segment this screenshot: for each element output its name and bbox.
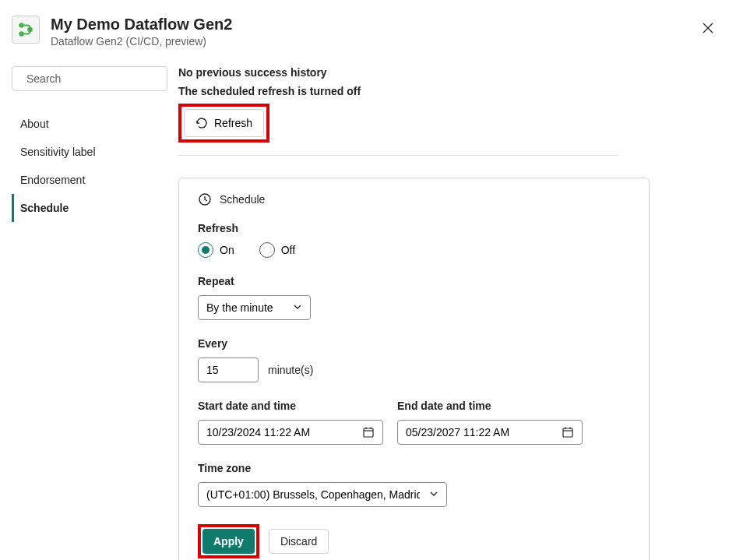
apply-button[interactable]: Apply bbox=[202, 529, 255, 554]
divider bbox=[178, 155, 618, 156]
close-button[interactable] bbox=[696, 16, 720, 41]
search-input[interactable] bbox=[26, 72, 163, 85]
timezone-select[interactable]: (UTC+01:00) Brussels, Copenhagen, Madrid bbox=[198, 482, 447, 507]
every-input[interactable] bbox=[198, 357, 259, 382]
start-date-value: 10/23/2024 11:22 AM bbox=[206, 426, 310, 438]
svg-point-0 bbox=[19, 23, 23, 27]
sidebar-item-about[interactable]: About bbox=[12, 110, 167, 138]
discard-button[interactable]: Discard bbox=[269, 529, 329, 554]
close-icon bbox=[702, 22, 714, 34]
refresh-label: Refresh bbox=[198, 222, 630, 234]
chevron-down-icon bbox=[429, 488, 438, 501]
refresh-button-highlight: Refresh bbox=[178, 104, 269, 143]
end-date-value: 05/23/2027 11:22 AM bbox=[406, 426, 509, 438]
page-title: My Demo Dataflow Gen2 bbox=[51, 16, 696, 33]
refresh-on-radio[interactable]: On bbox=[198, 242, 234, 258]
svg-rect-8 bbox=[364, 428, 373, 437]
page-subtitle: Dataflow Gen2 (CI/CD, preview) bbox=[51, 35, 696, 48]
repeat-value: By the minute bbox=[206, 301, 273, 314]
refresh-off-label: Off bbox=[281, 244, 295, 256]
sidebar-item-schedule[interactable]: Schedule bbox=[12, 194, 167, 222]
end-date-input[interactable]: 05/23/2027 11:22 AM bbox=[397, 420, 583, 445]
search-box[interactable] bbox=[12, 66, 167, 91]
refresh-off-radio[interactable]: Off bbox=[259, 242, 295, 258]
sidebar-item-sensitivity-label[interactable]: Sensitivity label bbox=[12, 138, 167, 166]
calendar-icon bbox=[562, 426, 574, 438]
timezone-label: Time zone bbox=[198, 462, 630, 474]
clock-icon bbox=[198, 192, 212, 206]
refresh-icon bbox=[195, 117, 208, 129]
refresh-on-label: On bbox=[220, 244, 234, 256]
sidebar-item-endorsement[interactable]: Endorsement bbox=[12, 166, 167, 194]
radio-checked-icon bbox=[198, 242, 213, 258]
end-date-label: End date and time bbox=[397, 400, 583, 412]
dataflow-icon bbox=[12, 16, 40, 44]
calendar-icon bbox=[362, 426, 375, 438]
repeat-label: Repeat bbox=[198, 275, 630, 287]
refresh-button-label: Refresh bbox=[214, 117, 252, 129]
schedule-card: Schedule Refresh On Off Repeat bbox=[178, 178, 650, 560]
radio-unchecked-icon bbox=[259, 242, 275, 258]
svg-point-2 bbox=[28, 28, 32, 32]
history-message: No previous success history bbox=[178, 66, 720, 79]
start-date-label: Start date and time bbox=[198, 400, 383, 412]
card-heading: Schedule bbox=[220, 193, 265, 206]
sidebar: About Sensitivity label Endorsement Sche… bbox=[12, 55, 167, 560]
timezone-value: (UTC+01:00) Brussels, Copenhagen, Madrid bbox=[206, 488, 420, 501]
refresh-button[interactable]: Refresh bbox=[184, 109, 264, 137]
refresh-off-message: The scheduled refresh is turned off bbox=[178, 85, 720, 97]
svg-rect-12 bbox=[563, 428, 572, 437]
every-label: Every bbox=[198, 337, 630, 350]
every-unit: minute(s) bbox=[268, 364, 313, 376]
chevron-down-icon bbox=[293, 301, 302, 314]
main-content: No previous success history The schedule… bbox=[167, 55, 720, 560]
dialog-header: My Demo Dataflow Gen2 Dataflow Gen2 (CI/… bbox=[0, 0, 736, 55]
svg-point-1 bbox=[19, 32, 23, 36]
start-date-input[interactable]: 10/23/2024 11:22 AM bbox=[198, 420, 383, 445]
apply-button-highlight: Apply bbox=[198, 524, 259, 558]
repeat-select[interactable]: By the minute bbox=[198, 295, 311, 320]
